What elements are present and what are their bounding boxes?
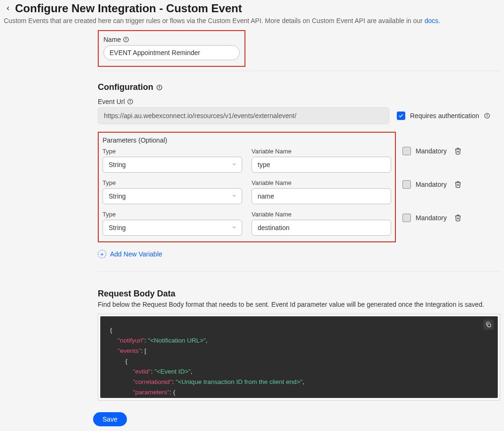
trash-icon[interactable] bbox=[454, 214, 462, 222]
page-title: Configure New Integration - Custom Event bbox=[15, 2, 242, 15]
subtitle-suffix: . bbox=[438, 17, 440, 24]
trash-icon[interactable] bbox=[454, 181, 462, 188]
event-url-label-row: Event Url bbox=[98, 98, 500, 105]
info-icon[interactable] bbox=[484, 112, 490, 119]
param-row: Type String Variable Name bbox=[102, 179, 391, 204]
svg-point-2 bbox=[126, 38, 126, 39]
configuration-heading-row: Configuration bbox=[98, 82, 500, 92]
svg-point-11 bbox=[487, 114, 488, 115]
parameters-heading: Parameters (Optional) bbox=[102, 136, 391, 144]
request-body-code: { "notifyurl": "<Notification URL>", "ev… bbox=[100, 316, 498, 398]
back-chevron-icon[interactable] bbox=[4, 4, 12, 13]
add-new-variable-label: Add New Variable bbox=[110, 250, 162, 258]
chevron-down-icon bbox=[231, 161, 237, 168]
name-label: Name bbox=[103, 36, 121, 43]
type-value: String bbox=[109, 224, 126, 231]
mandatory-label: Mandatory bbox=[416, 181, 447, 188]
type-value: String bbox=[109, 161, 126, 168]
footer-bar: Save bbox=[0, 408, 504, 431]
type-label: Type bbox=[102, 148, 242, 155]
variable-name-input[interactable] bbox=[252, 188, 391, 204]
chevron-down-icon bbox=[231, 192, 237, 200]
code-outer-border: { "notifyurl": "<Notification URL>", "ev… bbox=[98, 314, 500, 400]
subtitle-text: Custom Events that are created here can … bbox=[4, 17, 425, 24]
svg-rect-12 bbox=[488, 324, 490, 327]
trash-icon[interactable] bbox=[454, 147, 462, 155]
request-body-heading: Request Body Data bbox=[98, 289, 500, 299]
requires-auth-checkbox[interactable] bbox=[397, 112, 405, 120]
varname-label: Variable Name bbox=[252, 148, 391, 155]
varname-label: Variable Name bbox=[252, 211, 391, 218]
mandatory-checkbox[interactable] bbox=[402, 180, 411, 189]
variable-name-input[interactable] bbox=[252, 157, 391, 173]
page-subtitle: Custom Events that are created here can … bbox=[4, 17, 500, 30]
type-select[interactable]: String bbox=[102, 220, 242, 236]
param-row: Type String Variable Name bbox=[102, 211, 391, 236]
request-body-desc: Find below the Request Body format that … bbox=[98, 301, 500, 308]
event-url-value: https://api.au.webexconnect.io/resources… bbox=[104, 112, 296, 120]
event-url-label: Event Url bbox=[98, 98, 125, 105]
type-label: Type bbox=[102, 179, 242, 186]
varname-label: Variable Name bbox=[252, 179, 391, 186]
type-select[interactable]: String bbox=[102, 157, 242, 173]
type-select[interactable]: String bbox=[102, 188, 242, 204]
type-value: String bbox=[109, 192, 126, 200]
save-button[interactable]: Save bbox=[93, 412, 127, 426]
requires-auth-label: Requires authentication bbox=[410, 112, 479, 120]
name-highlight-box: Name bbox=[98, 30, 245, 67]
name-label-row: Name bbox=[103, 36, 240, 43]
svg-point-8 bbox=[130, 100, 130, 101]
docs-link[interactable]: docs bbox=[425, 17, 439, 24]
mandatory-label: Mandatory bbox=[416, 147, 447, 155]
mandatory-checkbox[interactable] bbox=[402, 214, 411, 222]
info-icon[interactable] bbox=[127, 98, 134, 105]
info-icon[interactable] bbox=[156, 84, 163, 91]
variable-name-input[interactable] bbox=[252, 220, 391, 236]
add-new-variable-button[interactable]: + Add New Variable bbox=[98, 250, 500, 258]
svg-point-5 bbox=[159, 86, 160, 87]
parameters-highlight-box: Parameters (Optional) Type String Variab… bbox=[98, 132, 396, 242]
name-input[interactable] bbox=[103, 45, 240, 60]
mandatory-checkbox[interactable] bbox=[402, 147, 411, 155]
param-row: Type String Variable Name bbox=[102, 148, 391, 173]
plus-icon: + bbox=[98, 250, 106, 258]
mandatory-label: Mandatory bbox=[416, 214, 447, 222]
configuration-heading: Configuration bbox=[98, 82, 153, 92]
copy-icon[interactable] bbox=[483, 319, 494, 330]
event-url-field: https://api.au.webexconnect.io/resources… bbox=[98, 107, 389, 124]
chevron-down-icon bbox=[231, 224, 237, 231]
type-label: Type bbox=[102, 211, 242, 218]
divider bbox=[98, 71, 500, 71]
info-icon[interactable] bbox=[123, 36, 129, 43]
divider bbox=[98, 271, 500, 272]
